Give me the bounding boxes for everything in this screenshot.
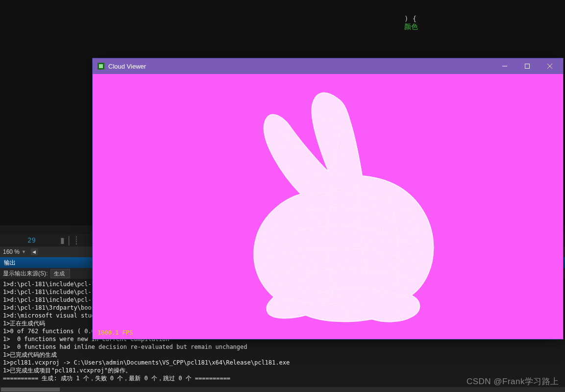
code-comment: 颜色 bbox=[404, 23, 418, 30]
line-number: 29 bbox=[27, 236, 36, 244]
output-source-label: 显示输出来源(S): bbox=[3, 270, 48, 278]
window-title: Cloud Viewer bbox=[108, 63, 146, 70]
fps-counter: 1000.1 FPS bbox=[98, 329, 133, 336]
code-fragment: ) { 颜色 bbox=[404, 15, 418, 31]
scroll-left-button[interactable]: ◀ bbox=[31, 248, 38, 255]
scrollbar-thumb[interactable] bbox=[1, 388, 60, 392]
minimize-button[interactable] bbox=[493, 58, 516, 74]
code-text: ) { bbox=[404, 15, 417, 23]
zoom-dropdown-icon[interactable]: ▼ bbox=[22, 249, 26, 254]
svg-rect-0 bbox=[525, 64, 530, 69]
window-titlebar[interactable]: Cloud Viewer bbox=[93, 58, 563, 74]
horizontal-scrollbar[interactable] bbox=[0, 387, 565, 392]
watermark-text: CSDN @Frank学习路上 bbox=[467, 376, 559, 387]
output-panel-title: 输出 bbox=[4, 259, 16, 266]
bunny-point-cloud bbox=[191, 79, 465, 324]
app-icon bbox=[98, 63, 104, 70]
zoom-level[interactable]: 160 % bbox=[3, 248, 20, 255]
close-button[interactable] bbox=[539, 58, 561, 74]
cloud-viewer-window[interactable]: Cloud Viewer bbox=[92, 58, 564, 340]
output-source-combo[interactable]: 生成 bbox=[50, 269, 70, 278]
output-source-value: 生成 bbox=[54, 270, 65, 276]
point-cloud-viewport[interactable]: 1000.1 FPS bbox=[93, 74, 563, 339]
gutter-marks: ▮ │ ┊ bbox=[60, 236, 79, 245]
maximize-button[interactable] bbox=[516, 58, 539, 74]
